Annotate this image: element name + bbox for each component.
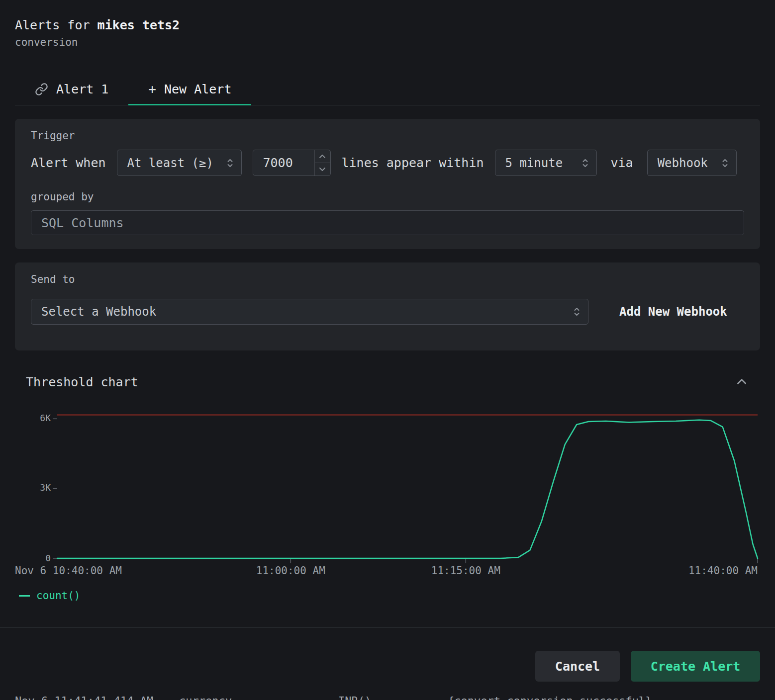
- background-log-row: Nov 6 11:41:41.414 AM currency INR() {co…: [0, 694, 775, 700]
- webhook-select[interactable]: Select a Webhook: [31, 299, 588, 325]
- trigger-section: Trigger Alert when At least (≥) 7000 li: [15, 119, 760, 249]
- condition-select[interactable]: At least (≥): [117, 150, 242, 176]
- x-axis-tick-label: 11:15:00 AM: [431, 565, 500, 577]
- legend-series-label: count(): [36, 590, 81, 602]
- page-title-prefix: Alerts for: [15, 18, 90, 32]
- log-column: currency: [179, 694, 232, 700]
- chevron-updown-icon: [573, 305, 581, 318]
- tab-alert-1-label: Alert 1: [56, 82, 108, 96]
- stepper-up-button[interactable]: [315, 150, 330, 163]
- add-webhook-button[interactable]: Add New Webhook: [619, 305, 727, 319]
- channel-select-value: Webhook: [658, 156, 708, 170]
- stepper-down-button[interactable]: [315, 163, 330, 175]
- threshold-chart: 6K 3K 0: [57, 414, 758, 558]
- threshold-chart-section: Threshold chart 6K 3K 0 Nov 6 10:40:00 A…: [15, 374, 760, 602]
- header: Alerts for mikes tets2 conversion: [15, 0, 760, 48]
- log-value: INR(): [338, 694, 371, 700]
- threshold-chart-svg: [57, 414, 758, 558]
- y-axis-tick-label: 6K: [40, 413, 51, 424]
- plus-icon: +: [148, 82, 156, 96]
- send-to-label: Send to: [31, 273, 744, 285]
- send-to-row: Select a Webhook Add New Webhook: [31, 299, 744, 325]
- chart-legend: count(): [19, 590, 760, 602]
- y-axis-tick-label: 3K: [40, 482, 51, 493]
- chevron-up-icon: [319, 154, 326, 159]
- alert-tabs: Alert 1 + New Alert: [15, 73, 760, 105]
- page-title: Alerts for mikes tets2: [15, 18, 760, 32]
- threshold-count-value: 7000: [253, 150, 314, 175]
- collapse-chart-button[interactable]: [735, 375, 749, 389]
- x-axis-labels: Nov 6 10:40:00 AM 11:00:00 AM 11:15:00 A…: [57, 565, 758, 578]
- time-window-select[interactable]: 5 minute: [495, 150, 597, 176]
- time-window-value: 5 minute: [505, 156, 563, 170]
- log-timestamp: Nov 6 11:41:41.414 AM: [15, 694, 153, 700]
- trigger-row: Alert when At least (≥) 7000 lines appea…: [31, 150, 744, 176]
- footer-actions: Cancel Create Alert: [15, 628, 760, 682]
- x-axis-tick-label: 11:00:00 AM: [256, 565, 325, 577]
- page-subtitle: conversion: [15, 36, 760, 48]
- cancel-button[interactable]: Cancel: [535, 651, 620, 682]
- legend-line-swatch: [19, 595, 30, 597]
- channel-select[interactable]: Webhook: [647, 150, 737, 176]
- send-to-section: Send to Select a Webhook Add New Webhook: [15, 262, 760, 350]
- chart-header: Threshold chart: [15, 374, 760, 389]
- condition-select-value: At least (≥): [127, 156, 213, 170]
- alert-editor-modal: Alerts for mikes tets2 conversion Alert …: [0, 0, 775, 700]
- x-axis-tick-label: Nov 6 10:40:00 AM: [15, 565, 122, 577]
- tab-new-alert[interactable]: + New Alert: [128, 73, 251, 105]
- create-alert-button[interactable]: Create Alert: [631, 651, 760, 682]
- chevron-updown-icon: [581, 157, 589, 170]
- threshold-count-input[interactable]: 7000: [253, 150, 331, 176]
- page-title-name: mikes tets2: [97, 18, 180, 32]
- tab-new-alert-label: New Alert: [164, 82, 231, 96]
- chevron-down-icon: [319, 167, 326, 172]
- via-label: via: [611, 156, 633, 170]
- chart-title: Threshold chart: [26, 375, 138, 389]
- tab-alert-1[interactable]: Alert 1: [15, 73, 128, 105]
- chevron-updown-icon: [226, 157, 234, 170]
- grouped-by-label: grouped by: [31, 191, 744, 203]
- trigger-section-label: Trigger: [31, 130, 744, 142]
- log-message: {convert conversion successful}: [448, 694, 652, 700]
- alert-when-label: Alert when: [31, 156, 106, 170]
- lines-appear-label: lines appear within: [342, 156, 484, 170]
- x-axis-tick-label: 11:40:00 AM: [688, 565, 758, 577]
- link-icon: [35, 83, 48, 96]
- number-steppers: [314, 150, 330, 175]
- y-axis-tick-label: 0: [45, 553, 51, 564]
- webhook-select-placeholder: Select a Webhook: [41, 305, 156, 319]
- chevron-updown-icon: [721, 157, 729, 170]
- chevron-up-icon: [735, 375, 748, 388]
- group-by-input[interactable]: [31, 210, 744, 235]
